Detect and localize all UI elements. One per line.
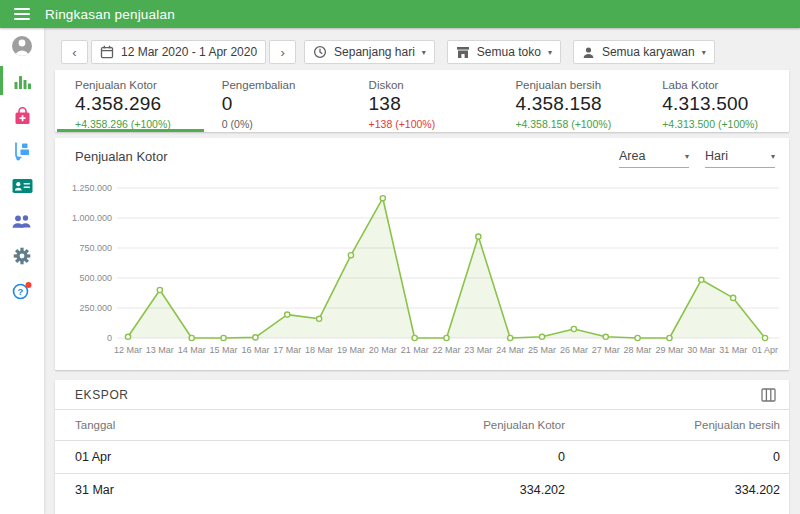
shopping-bag-icon (13, 106, 32, 126)
svg-text:26 Mar: 26 Mar (560, 345, 588, 355)
stat-delta: +138 (+100%) (369, 118, 492, 130)
date-range-label: 12 Mar 2020 - 1 Apr 2020 (121, 45, 257, 59)
chevron-right-icon: › (280, 46, 284, 59)
sales-by-date-table: Tanggal Penjualan Kotor Penjualan bersih… (55, 410, 789, 506)
time-filter-dropdown[interactable]: Sepanjang hari ▾ (304, 40, 435, 64)
stat-value: 138 (369, 93, 492, 115)
store-filter-dropdown[interactable]: Semua toko ▾ (447, 40, 561, 64)
clock-icon (313, 45, 327, 59)
columns-icon (761, 388, 776, 402)
gear-icon: /* teeth generated below */ (12, 246, 32, 266)
svg-text:750.000: 750.000 (79, 243, 112, 253)
cell-tanggal: 01 Apr (55, 440, 315, 473)
caret-down-icon: ▾ (422, 48, 426, 57)
employee-filter-dropdown[interactable]: Semua karyawan ▾ (573, 40, 715, 64)
table-row: 01 Apr 0 0 (55, 440, 789, 473)
svg-text:28 Mar: 28 Mar (624, 345, 652, 355)
employee-filter-label: Semua karyawan (602, 45, 695, 59)
svg-text:19 Mar: 19 Mar (337, 345, 365, 355)
chevron-left-icon: ‹ (72, 46, 76, 59)
app-bar: Ringkasan penjualan (0, 0, 800, 28)
stat-delta: +4.358.158 (+100%) (515, 118, 638, 130)
stat-tab-diskon[interactable]: Diskon 138 +138 (+100%) (349, 70, 496, 132)
svg-text:21 Mar: 21 Mar (401, 345, 429, 355)
svg-text:27 Mar: 27 Mar (592, 345, 620, 355)
prev-period-button[interactable]: ‹ (61, 40, 88, 64)
sidebar-item-employees[interactable] (0, 168, 44, 203)
sidebar: /* teeth generated below */ ? (0, 28, 44, 514)
column-settings-button[interactable] (761, 388, 776, 402)
svg-text:15 Mar: 15 Mar (210, 345, 238, 355)
table-row: 31 Mar 334.202 334.202 (55, 473, 789, 506)
svg-text:24 Mar: 24 Mar (496, 345, 524, 355)
stat-value: 4.358.296 (75, 93, 198, 115)
hand-truck-icon (12, 141, 32, 161)
svg-text:1.000.000: 1.000.000 (72, 213, 112, 223)
caret-down-icon: ▾ (702, 48, 706, 57)
sidebar-item-items[interactable] (0, 98, 44, 133)
stat-label: Pengembalian (222, 79, 345, 91)
stat-tab-laba-kotor[interactable]: Laba Kotor 4.313.500 +4.313.500 (+100%) (642, 70, 789, 132)
calendar-icon (100, 45, 114, 59)
svg-text:22 Mar: 22 Mar (432, 345, 460, 355)
time-filter-label: Sepanjang hari (334, 45, 415, 59)
svg-text:20 Mar: 20 Mar (369, 345, 397, 355)
stat-tab-penjualan-kotor[interactable]: Penjualan Kotor 4.358.296 +4.358.296 (+1… (55, 70, 202, 132)
next-period-button[interactable]: › (269, 40, 296, 64)
notification-dot (26, 282, 32, 288)
person-icon (582, 46, 595, 59)
sales-chart-card: Penjualan Kotor Area ▾ Hari ▾ 1.250.0001… (55, 138, 789, 370)
avatar-icon (10, 34, 34, 58)
cell-tanggal: 31 Mar (55, 473, 315, 506)
sidebar-item-reports[interactable] (0, 63, 44, 98)
export-button[interactable]: EKSPOR (75, 388, 129, 402)
sidebar-item-inventory[interactable] (0, 133, 44, 168)
svg-text:17 Mar: 17 Mar (273, 345, 301, 355)
svg-text:25 Mar: 25 Mar (528, 345, 556, 355)
svg-text:29 Mar: 29 Mar (655, 345, 683, 355)
sidebar-item-help[interactable]: ? (0, 273, 44, 308)
column-header-tanggal[interactable]: Tanggal (55, 410, 315, 440)
stat-label: Diskon (369, 79, 492, 91)
svg-text:31 Mar: 31 Mar (719, 345, 747, 355)
stat-value: 4.358.158 (515, 93, 638, 115)
help-icon: ? (11, 281, 33, 301)
svg-text:?: ? (18, 286, 24, 297)
stat-delta: +4.313.500 (+100%) (662, 118, 785, 130)
stat-tab-penjualan-bersih[interactable]: Penjualan bersih 4.358.158 +4.358.158 (+… (495, 70, 642, 132)
store-icon (456, 46, 470, 59)
stats-summary-card: Penjualan Kotor 4.358.296 +4.358.296 (+1… (55, 70, 789, 132)
table-header-row: Tanggal Penjualan Kotor Penjualan bersih (55, 410, 789, 440)
stat-label: Laba Kotor (662, 79, 785, 91)
sidebar-item-account[interactable] (0, 28, 44, 63)
people-icon (11, 212, 33, 230)
stat-tab-pengembalian[interactable]: Pengembalian 0 0 (0%) (202, 70, 349, 132)
date-range-button[interactable]: 12 Mar 2020 - 1 Apr 2020 (91, 40, 266, 64)
svg-text:30 Mar: 30 Mar (687, 345, 715, 355)
menu-icon[interactable] (14, 8, 30, 20)
sidebar-item-customers[interactable] (0, 203, 44, 238)
filters-toolbar: ‹ 12 Mar 2020 - 1 Apr 2020 › Sepanjang h… (61, 40, 800, 64)
stat-label: Penjualan bersih (515, 79, 638, 91)
svg-text:14 Mar: 14 Mar (178, 345, 206, 355)
svg-text:250.000: 250.000 (79, 303, 112, 313)
main-content: ‹ 12 Mar 2020 - 1 Apr 2020 › Sepanjang h… (44, 28, 800, 514)
stat-label: Penjualan Kotor (75, 79, 198, 91)
sidebar-item-settings[interactable]: /* teeth generated below */ (0, 238, 44, 273)
cell-penjualan-kotor: 334.202 (315, 473, 565, 506)
svg-text:16 Mar: 16 Mar (241, 345, 269, 355)
column-header-penjualan-bersih[interactable]: Penjualan bersih (565, 410, 789, 440)
svg-text:12 Mar: 12 Mar (114, 345, 142, 355)
bar-chart-icon (12, 71, 32, 91)
caret-down-icon: ▾ (548, 48, 552, 57)
cell-penjualan-kotor: 0 (315, 440, 565, 473)
cell-penjualan-bersih: 0 (565, 440, 789, 473)
stat-value: 4.313.500 (662, 93, 785, 115)
badge-icon (12, 177, 33, 195)
area-chart: 1.250.0001.000.000750.000500.000250.0000… (55, 138, 789, 368)
svg-text:13 Mar: 13 Mar (146, 345, 174, 355)
column-header-penjualan-kotor[interactable]: Penjualan Kotor (315, 410, 565, 440)
store-filter-label: Semua toko (477, 45, 541, 59)
stat-delta: 0 (0%) (222, 118, 345, 130)
stat-value: 0 (222, 93, 345, 115)
